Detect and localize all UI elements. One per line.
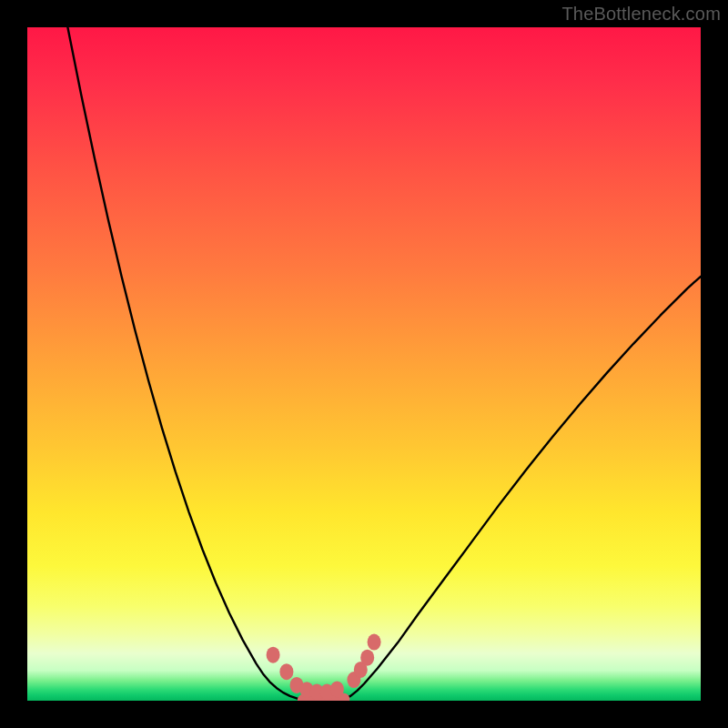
valley-marker-dot <box>267 647 280 663</box>
valley-marker-dot <box>368 634 381 651</box>
valley-marker-dot <box>279 663 293 680</box>
bottleneck-path <box>67 27 701 701</box>
bottleneck-curve <box>67 27 701 701</box>
valley-marker-dot <box>360 650 374 666</box>
plot-area <box>27 27 701 701</box>
chart-frame: TheBottleneck.com <box>0 0 728 728</box>
watermark-text: TheBottleneck.com <box>561 4 721 25</box>
valley-marker-dot <box>330 681 344 697</box>
curve-layer <box>27 27 701 701</box>
valley-floor-highlight <box>303 699 343 701</box>
valley-markers <box>267 634 381 701</box>
